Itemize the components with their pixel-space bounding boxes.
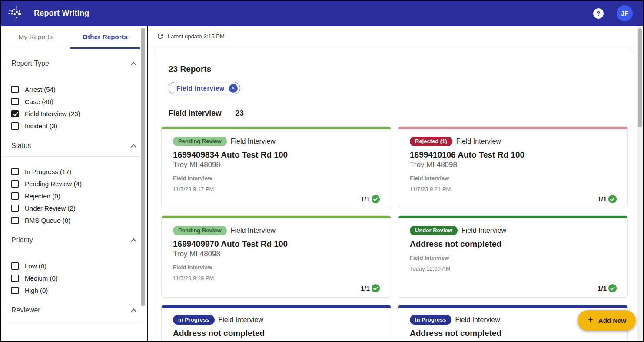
card-badge-row: Pending ReviewField Interview — [173, 137, 380, 146]
filter-section-header[interactable]: Reviewer — [1, 295, 147, 321]
filter-section: PriorityLow (0)Medium (0)High (0) — [1, 225, 147, 295]
filter-checkbox-item[interactable]: Rejected (0) — [11, 192, 136, 200]
filter-item-label: Pending Review (4) — [25, 180, 82, 188]
card-progress: 1/1 — [361, 284, 380, 293]
sidebar-tabs: My Reports Other Reports — [1, 26, 140, 48]
main-scrollbar-track[interactable] — [637, 26, 643, 341]
checkbox[interactable] — [11, 287, 19, 294]
card-report-type: Field Interview — [173, 264, 380, 271]
filter-checkbox-item[interactable]: Incident (3) — [11, 122, 136, 130]
report-card[interactable]: Pending ReviewField Interview1699409834 … — [161, 126, 391, 208]
filter-item-label: Low (0) — [25, 262, 46, 270]
card-title: Address not completed — [410, 239, 617, 249]
body-row: My Reports Other Reports Report TypeArre… — [1, 26, 643, 341]
status-badge: Under Review — [410, 226, 458, 235]
main-area: Latest update 3:15 PM 23 Reports Field I… — [148, 26, 643, 341]
checkbox[interactable] — [11, 180, 19, 188]
filter-section-header[interactable]: Priority — [1, 225, 147, 251]
filter-item-label: Under Review (2) — [25, 205, 76, 212]
filter-item-list: Arrest (54)Case (40)Field Interview (23)… — [1, 74, 147, 131]
filter-checkbox-item[interactable]: RMS Queue (0) — [11, 217, 136, 224]
card-type-label: Field Interview — [461, 227, 506, 235]
app-title: Report Writing — [34, 9, 89, 18]
check-circle-icon — [371, 194, 380, 204]
filter-section-title: Report Type — [11, 60, 49, 67]
card-type-label: Field Interview — [456, 137, 501, 145]
sidebar-scrollbar-thumb[interactable] — [141, 28, 145, 306]
checkbox[interactable] — [11, 262, 19, 270]
status-badge: Rejected (1) — [410, 137, 452, 146]
card-timestamp: 11/7/23 9:17 PM — [173, 186, 380, 192]
tab-my-reports[interactable]: My Reports — [1, 26, 70, 48]
main-scrollbar-thumb[interactable] — [638, 28, 642, 127]
filter-section-header[interactable]: Report Type — [1, 48, 147, 74]
progress-count: 1/1 — [361, 195, 370, 203]
filter-chip-field-interview[interactable]: Field Interview ✕ — [169, 82, 240, 94]
filter-checkbox-item[interactable]: Arrest (54) — [11, 86, 136, 93]
card-type-label: Field Interview — [231, 227, 276, 235]
filter-item-label: High (0) — [25, 287, 48, 294]
filter-section: Report TypeArrest (54)Case (40)Field Int… — [1, 48, 147, 131]
report-card[interactable]: Rejected (1)Field Interview1699410106 Au… — [398, 126, 628, 208]
card-body: Rejected (1)Field Interview1699410106 Au… — [398, 129, 627, 208]
filter-section-title: Priority — [11, 236, 33, 244]
checkbox[interactable] — [11, 275, 19, 282]
filter-checkbox-item[interactable]: Pending Review (4) — [11, 180, 136, 188]
status-badge: In Progress — [410, 315, 451, 325]
card-badge-row: Under ReviewField Interview — [410, 226, 617, 235]
filter-checkbox-item[interactable]: Case (40) — [11, 98, 136, 105]
filter-section-header[interactable]: Status — [1, 131, 147, 156]
chevron-up-icon — [131, 62, 136, 67]
checkbox[interactable] — [11, 168, 19, 175]
update-toolbar: Latest update 3:15 PM — [148, 26, 643, 47]
filter-checkbox-item[interactable]: In Progress (17) — [11, 168, 136, 175]
card-timestamp: 11/7/23 9:19 PM — [173, 275, 380, 282]
filter-item-label: Rejected (0) — [25, 192, 60, 200]
filter-chip-label: Field Interview — [176, 85, 225, 92]
filter-checkbox-item[interactable]: Field Interview (23) — [11, 110, 136, 117]
report-card-grid: Pending ReviewField Interview1699409834 … — [153, 126, 633, 342]
card-type-label: Field Interview — [219, 316, 263, 324]
tab-other-reports[interactable]: Other Reports — [70, 26, 140, 48]
filter-item-label: In Progress (17) — [25, 168, 72, 175]
checkbox[interactable] — [11, 86, 19, 93]
checkbox[interactable] — [11, 98, 19, 105]
refresh-icon[interactable] — [156, 32, 164, 40]
filter-checkbox-item[interactable]: Low (0) — [11, 262, 136, 270]
card-progress: 1/1 — [598, 284, 617, 293]
filter-checkbox-item[interactable]: High (0) — [11, 287, 136, 294]
report-card[interactable]: Under ReviewField InterviewAddress not c… — [398, 215, 628, 298]
checkbox[interactable] — [11, 122, 19, 130]
filter-checkbox-item[interactable]: Medium (0) — [11, 275, 136, 282]
checkbox-checked[interactable] — [11, 110, 19, 117]
card-subtitle: Troy MI 48098 — [173, 250, 380, 258]
checkbox[interactable] — [11, 192, 19, 200]
filter-item-label: Case (40) — [25, 98, 53, 105]
card-progress: 1/1 — [361, 194, 380, 204]
filter-section-title: Reviewer — [11, 306, 40, 314]
group-count: 23 — [236, 109, 244, 118]
check-circle-icon — [371, 284, 380, 293]
filter-section: StatusIn Progress (17)Pending Review (4)… — [1, 131, 147, 225]
checkbox[interactable] — [11, 217, 19, 224]
user-avatar[interactable]: JF — [617, 5, 633, 21]
filter-item-list: In Progress (17)Pending Review (4)Reject… — [1, 157, 147, 225]
card-title: 1699409970 Auto Test Rd 100 — [173, 239, 380, 249]
reports-panel: 23 Reports Field Interview ✕ Field Inter… — [153, 49, 633, 342]
add-new-button[interactable]: + Add New — [578, 310, 636, 331]
card-title: 1699409834 Auto Test Rd 100 — [173, 150, 380, 160]
chip-remove-icon[interactable]: ✕ — [229, 84, 238, 93]
checkbox[interactable] — [11, 205, 19, 212]
help-icon[interactable]: ? — [593, 8, 604, 19]
card-subtitle: Troy MI 48098 — [173, 161, 380, 169]
latest-update-text: Latest update 3:15 PM — [168, 33, 225, 40]
progress-count: 1/1 — [598, 195, 607, 203]
report-card[interactable]: Pending ReviewField Interview1699409970 … — [161, 215, 391, 298]
chevron-up-icon — [131, 308, 136, 314]
filter-checkbox-item[interactable]: Under Review (2) — [11, 205, 136, 212]
reports-count-heading: 23 Reports — [169, 64, 633, 74]
report-card[interactable]: In ProgressField InterviewAddress not co… — [161, 305, 391, 342]
card-body: In ProgressField InterviewAddress not co… — [162, 308, 391, 342]
app-window: Report Writing ? JF My Reports Other Rep… — [0, 0, 644, 342]
section-divider — [1, 321, 140, 321]
